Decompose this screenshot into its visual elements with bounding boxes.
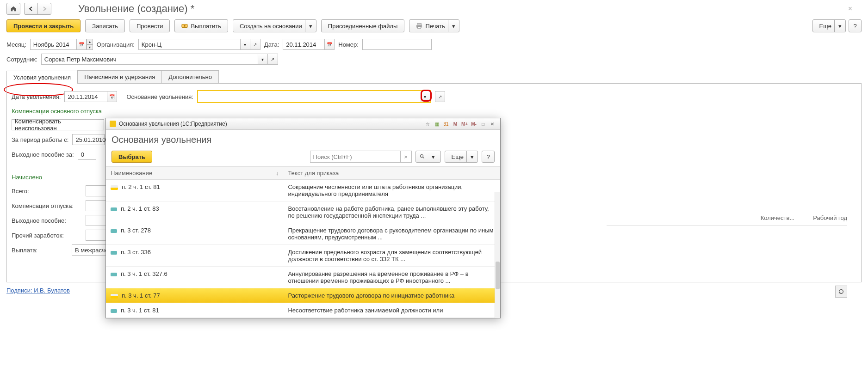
tab-additional[interactable]: Дополнительно (161, 70, 219, 83)
search-menu-button[interactable]: ▾ (415, 151, 441, 163)
print-button[interactable]: Печать ▾ (409, 19, 459, 32)
back-button[interactable] (24, 3, 38, 15)
tab-conditions[interactable]: Условия увольнения (6, 71, 78, 84)
scrollbar[interactable] (495, 192, 500, 299)
row-icon (111, 185, 118, 190)
dismissal-date-label: Дата увольнения: (12, 93, 61, 100)
close-icon[interactable]: × (848, 5, 862, 13)
post-button[interactable]: Провести (130, 19, 170, 32)
chevron-down-icon[interactable]: ▾ (466, 151, 477, 162)
table-row[interactable]: п. 2 ч. 1 ст. 83Восстановление на работе… (106, 201, 500, 223)
more-button[interactable]: Еще ▾ (812, 19, 846, 32)
attached-files-button[interactable]: Присоединенные файлы (321, 19, 405, 32)
search-input[interactable]: × (310, 151, 412, 163)
severance-label: Выходное пособие за: (12, 151, 74, 158)
chevron-down-icon[interactable]: ▾ (420, 91, 430, 102)
open-icon[interactable]: ↗ (250, 39, 260, 50)
select-button[interactable]: Выбрать (112, 151, 152, 163)
favorite-icon[interactable]: ☆ (423, 120, 432, 128)
tab-accruals[interactable]: Начисления и удержания (77, 70, 162, 83)
svg-point-1 (184, 25, 186, 27)
table-row[interactable]: п. 3 ст. 278Прекращение трудового догово… (106, 223, 500, 245)
memory-mminus[interactable]: M- (470, 120, 478, 128)
row-name: п. 3 ч. 1 ст. 77 (122, 292, 160, 299)
payout-label: Выплата: (12, 247, 67, 254)
date-input[interactable]: 20.11.2014 (283, 39, 324, 50)
col-quantity: Количеств... (761, 214, 795, 221)
row-text: Достижение предельного возраста для заме… (283, 245, 500, 267)
reason-input[interactable] (198, 91, 420, 102)
post-and-close-button[interactable]: Провести и закрыть (6, 19, 81, 32)
signatures-link[interactable]: Подписи: И.В. Булатов (6, 287, 70, 294)
comp-amount-label: Компенсации отпуска: (12, 202, 81, 209)
row-text: Сокращение численности или штата работни… (283, 180, 500, 201)
memory-mplus[interactable]: M+ (460, 120, 469, 128)
employee-input[interactable]: Сорока Петр Максимович (41, 54, 258, 65)
help-button[interactable]: ? (849, 19, 862, 32)
svg-rect-4 (418, 27, 421, 29)
dismissal-date-input[interactable]: 20.11.2014 (64, 91, 107, 102)
chevron-down-icon[interactable]: ▾ (834, 20, 845, 32)
reasons-popup: Основания увольнения (1С:Предприятие) ☆ … (105, 118, 501, 299)
popup-more-label: Еще (452, 153, 464, 160)
sev-amount-label: Выходное пособие: (12, 217, 81, 224)
compensate-select[interactable]: Компенсировать неиспользован (12, 119, 104, 130)
comp-section-header: Компенсация основного отпуска (12, 105, 856, 117)
popup-more-button[interactable]: Еще ▾ (445, 151, 478, 163)
reason-label: Основание увольнения: (126, 93, 193, 100)
calendar-icon[interactable]: 📅 (76, 39, 87, 50)
popup-window-title: Основания увольнения (1С:Предприятие) (119, 121, 227, 127)
row-icon (111, 251, 117, 255)
clear-icon[interactable]: × (400, 151, 411, 162)
row-text: Восстановление на работе работника, ране… (283, 201, 500, 223)
calendar-icon[interactable]: 📅 (107, 91, 117, 102)
popup-help-button[interactable]: ? (482, 151, 495, 163)
printer-icon (416, 23, 422, 29)
chevron-down-icon[interactable]: ▾ (258, 54, 268, 65)
table-row[interactable]: п. 3 ч. 1 ст. 77Расторжение трудового до… (106, 288, 500, 299)
table-row[interactable]: п. 3 ч. 1 ст. 327.6Аннулирование разреше… (106, 267, 500, 288)
chevron-down-icon[interactable]: ▾ (448, 20, 459, 32)
table-row[interactable]: п. 2 ч. 1 ст. 81Сокращение численности и… (106, 180, 500, 201)
calendar-icon[interactable]: 📅 (324, 39, 335, 50)
open-icon[interactable]: ↗ (268, 54, 278, 65)
col-name-header[interactable]: Наименование (111, 170, 152, 177)
maximize-icon[interactable]: □ (479, 120, 487, 128)
create-based-button[interactable]: Создать на основании ▾ (233, 19, 316, 32)
home-button[interactable] (6, 3, 20, 15)
row-name: п. 3 ст. 336 (121, 249, 151, 256)
month-label: Месяц: (6, 41, 26, 48)
open-icon[interactable]: ↗ (435, 91, 445, 102)
save-button[interactable]: Записать (85, 19, 125, 32)
month-up[interactable]: ▴ (87, 39, 93, 44)
row-text: Расторжение трудового договора по инициа… (283, 288, 500, 299)
number-input[interactable] (362, 39, 432, 50)
chevron-down-icon[interactable]: ▾ (305, 20, 316, 32)
calendar-icon[interactable]: 31 (442, 120, 450, 128)
other-amount-label: Прочий заработок: (12, 232, 81, 239)
col-text-header[interactable]: Текст для приказа (288, 170, 339, 177)
close-icon[interactable]: ✕ (488, 120, 496, 128)
create-based-label: Создать на основании (240, 23, 302, 30)
date-label: Дата: (264, 41, 279, 48)
chevron-down-icon[interactable]: ▾ (240, 39, 250, 50)
org-input[interactable]: Крон-Ц (138, 39, 240, 50)
chevron-down-icon[interactable]: ▾ (428, 151, 439, 162)
month-input[interactable]: Ноябрь 2014 (30, 39, 76, 50)
month-down[interactable]: ▾ (87, 44, 93, 50)
severance-input[interactable]: 0 (78, 149, 96, 160)
forward-button[interactable] (37, 3, 51, 15)
memory-m[interactable]: M (451, 120, 459, 128)
row-name: п. 2 ч. 1 ст. 83 (121, 205, 159, 212)
refresh-button[interactable] (835, 286, 847, 298)
page-title: Увольнение (создание) * (78, 3, 194, 15)
pay-button[interactable]: Выплатить (174, 19, 228, 32)
table-row[interactable]: п. 3 ст. 336Достижение предельного возра… (106, 245, 500, 267)
row-icon (111, 207, 117, 211)
calc-icon[interactable]: ▦ (433, 120, 441, 128)
total-label: Всего: (12, 188, 81, 195)
scrollbar-thumb[interactable] (496, 262, 500, 289)
search-field[interactable] (310, 151, 400, 162)
period-from-input[interactable]: 25.01.2010 (72, 134, 105, 145)
sort-down-icon[interactable]: ↓ (276, 170, 279, 177)
